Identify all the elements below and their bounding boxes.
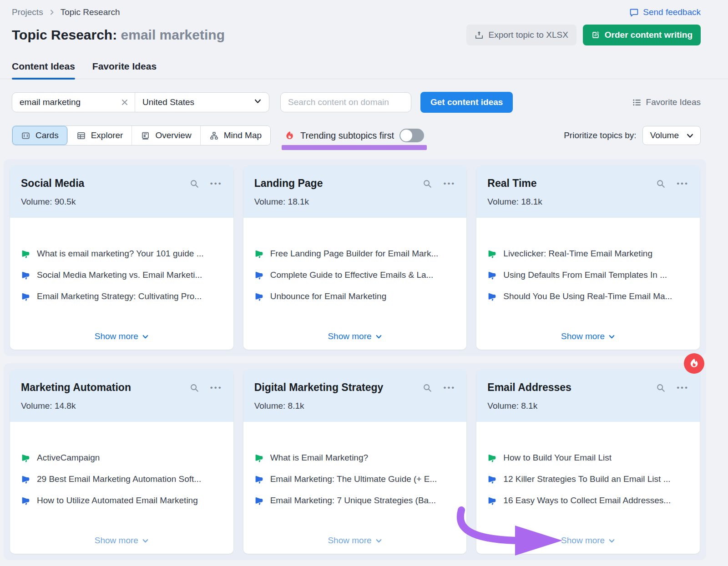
prioritize-label: Prioritize topics by: bbox=[564, 130, 636, 140]
view-explorer[interactable]: Explorer bbox=[68, 126, 132, 145]
headline-item[interactable]: Liveclicker: Real-Time Email Marketing bbox=[487, 249, 689, 259]
mind-map-icon bbox=[209, 131, 219, 140]
prioritize-select-value: Volume bbox=[650, 130, 679, 140]
card-menu-icon[interactable]: ••• bbox=[443, 181, 455, 186]
megaphone-icon bbox=[21, 270, 30, 280]
card-menu-icon[interactable]: ••• bbox=[443, 386, 455, 390]
headline-item[interactable]: How to Utilize Automated Email Marketing bbox=[21, 496, 222, 506]
card-header: Digital Marketing Strategy ••• Volume: 8… bbox=[243, 370, 467, 422]
card-header: Marketing Automation ••• Volume: 14.8k bbox=[10, 370, 233, 422]
headline-text: Unbounce for Email Marketing bbox=[270, 291, 387, 301]
trending-subtopics-toggle[interactable] bbox=[399, 129, 424, 142]
page-title-query: email marketing bbox=[121, 27, 225, 42]
show-more-link[interactable]: Show more bbox=[487, 328, 689, 341]
headline-item[interactable]: Should You Be Using Real-Time Email Ma..… bbox=[487, 291, 689, 301]
table-icon bbox=[76, 131, 86, 140]
headline-item[interactable]: Social Media Marketing vs. Email Marketi… bbox=[21, 270, 222, 280]
view-overview[interactable]: Overview bbox=[132, 126, 200, 145]
card-menu-icon[interactable]: ••• bbox=[677, 386, 689, 390]
megaphone-icon bbox=[21, 475, 30, 484]
title-actions: Export topic to XLSX Order content writi… bbox=[466, 25, 701, 45]
page-title: Topic Research: email marketing bbox=[12, 27, 225, 43]
headline-item[interactable]: Using Defaults From Email Templates In .… bbox=[487, 270, 689, 280]
view-cards[interactable]: Cards bbox=[12, 126, 68, 145]
favorite-ideas-link[interactable]: Favorite Ideas bbox=[632, 97, 701, 107]
card-body: What is email marketing? Your 101 guide … bbox=[10, 218, 233, 350]
card-menu-icon[interactable]: ••• bbox=[210, 181, 222, 186]
card-menu-icon[interactable]: ••• bbox=[210, 386, 222, 390]
headline-item[interactable]: Free Landing Page Builder for Email Mark… bbox=[254, 249, 456, 259]
megaphone-icon bbox=[21, 292, 30, 301]
topic-query-input[interactable] bbox=[20, 97, 121, 107]
clear-query-icon[interactable] bbox=[121, 99, 128, 106]
card-volume: Volume: 18.1k bbox=[487, 197, 689, 207]
card-search-icon[interactable] bbox=[422, 383, 432, 393]
headline-item[interactable]: 29 Best Email Marketing Automation Soft.… bbox=[21, 474, 222, 484]
show-more-link[interactable]: Show more bbox=[487, 532, 689, 546]
view-cards-label: Cards bbox=[35, 130, 59, 140]
search-controls: United States Get content ideas Favorite… bbox=[12, 92, 701, 113]
chevron-down-icon bbox=[375, 537, 382, 544]
show-more-link[interactable]: Show more bbox=[254, 328, 456, 341]
headline-item[interactable]: Email Marketing: The Ultimate Guide (+ E… bbox=[254, 474, 456, 484]
flame-icon bbox=[284, 130, 295, 141]
view-mind-map[interactable]: Mind Map bbox=[201, 126, 270, 145]
megaphone-icon bbox=[487, 292, 497, 301]
send-feedback-link[interactable]: Send feedback bbox=[629, 7, 701, 17]
domain-search-input[interactable] bbox=[280, 92, 411, 112]
card-search-icon[interactable] bbox=[656, 179, 666, 189]
show-more-link[interactable]: Show more bbox=[21, 328, 222, 341]
breadcrumb-topic-research[interactable]: Topic Research bbox=[61, 7, 120, 17]
topic-card: Real Time ••• Volume: 18.1k Liveclicker:… bbox=[476, 165, 700, 350]
card-search-icon[interactable] bbox=[189, 383, 199, 393]
card-search-icon[interactable] bbox=[656, 383, 666, 393]
card-search-icon[interactable] bbox=[189, 179, 199, 189]
headline-item[interactable]: 16 Easy Ways to Collect Email Addresses.… bbox=[487, 496, 689, 506]
top-bar: Projects Topic Research Send feedback bbox=[0, 0, 728, 17]
megaphone-icon bbox=[21, 249, 30, 259]
page-title-prefix: Topic Research: bbox=[12, 27, 117, 42]
purple-highlight-underline bbox=[282, 145, 427, 150]
view-explorer-label: Explorer bbox=[91, 130, 123, 140]
show-more-link[interactable]: Show more bbox=[254, 532, 456, 546]
prioritize-select[interactable]: Volume bbox=[642, 126, 701, 145]
headline-text: 29 Best Email Marketing Automation Soft.… bbox=[37, 474, 201, 484]
breadcrumb: Projects Topic Research bbox=[12, 7, 120, 17]
report-icon bbox=[141, 131, 150, 140]
region-select[interactable]: United States bbox=[135, 93, 269, 112]
get-content-ideas-button[interactable]: Get content ideas bbox=[420, 92, 513, 113]
tab-favorite-ideas[interactable]: Favorite Ideas bbox=[92, 61, 157, 79]
headline-text: Liveclicker: Real-Time Email Marketing bbox=[503, 249, 652, 259]
tab-bar: Content Ideas Favorite Ideas bbox=[0, 61, 728, 79]
card-menu-icon[interactable]: ••• bbox=[677, 181, 689, 186]
order-content-writing-button[interactable]: Order content writing bbox=[583, 25, 701, 45]
card-volume: Volume: 18.1k bbox=[254, 197, 456, 207]
view-overview-label: Overview bbox=[155, 130, 191, 140]
headline-text: What is Email Marketing? bbox=[270, 453, 368, 463]
headline-item[interactable]: 12 Killer Strategies To Build an Email L… bbox=[487, 474, 689, 484]
headline-item[interactable]: How to Build Your Email List bbox=[487, 453, 689, 463]
list-icon bbox=[632, 98, 642, 107]
title-row: Topic Research: email marketing Export t… bbox=[0, 17, 728, 45]
megaphone-icon bbox=[254, 453, 264, 463]
headline-item[interactable]: Complete Guide to Effective Emails & La.… bbox=[254, 270, 456, 280]
headline-item[interactable]: ActiveCampaign bbox=[21, 453, 222, 463]
tab-content-ideas[interactable]: Content Ideas bbox=[12, 61, 75, 79]
headline-item[interactable]: What is email marketing? Your 101 guide … bbox=[21, 249, 222, 259]
card-headlines: What is email marketing? Your 101 guide … bbox=[21, 222, 222, 328]
card-search-icon[interactable] bbox=[422, 179, 432, 189]
headline-text: Should You Be Using Real-Time Email Ma..… bbox=[503, 291, 672, 301]
headline-item[interactable]: Unbounce for Email Marketing bbox=[254, 291, 456, 301]
headline-item[interactable]: Email Marketing Strategy: Cultivating Pr… bbox=[21, 291, 222, 301]
headline-item[interactable]: Email Marketing: 7 Unique Strategies (Ba… bbox=[254, 496, 456, 506]
card-title: Landing Page bbox=[254, 177, 423, 190]
headline-text: What is email marketing? Your 101 guide … bbox=[37, 249, 203, 259]
feedback-bubble-icon bbox=[629, 8, 639, 17]
show-more-link[interactable]: Show more bbox=[21, 532, 222, 546]
chevron-down-icon bbox=[608, 333, 615, 340]
headline-text: Social Media Marketing vs. Email Marketi… bbox=[37, 270, 202, 280]
breadcrumb-projects[interactable]: Projects bbox=[12, 7, 43, 17]
headline-item[interactable]: What is Email Marketing? bbox=[254, 453, 456, 463]
export-xlsx-button[interactable]: Export topic to XLSX bbox=[466, 25, 576, 45]
show-more-label: Show more bbox=[328, 536, 371, 546]
